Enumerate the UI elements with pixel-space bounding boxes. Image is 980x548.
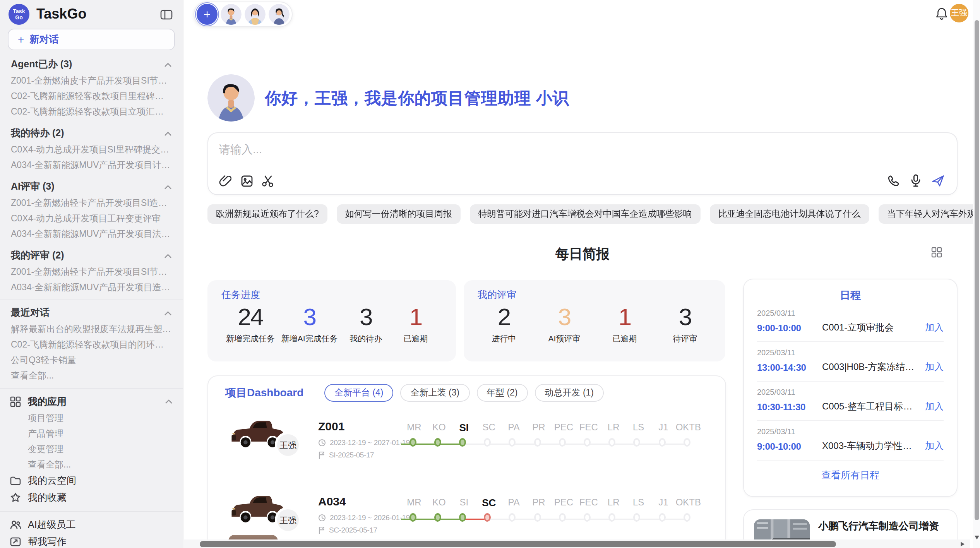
tool-help-me-write[interactable]: 帮我写作 (0, 533, 183, 548)
milestone-dot[interactable] (534, 513, 541, 522)
sidebar-item[interactable]: A034-全新新能源MUV产品开发项目法规符合性评审 (0, 226, 183, 241)
milestone-dot[interactable] (634, 513, 641, 522)
layout-grid-icon[interactable] (931, 247, 943, 259)
milestone-dot[interactable] (484, 438, 491, 447)
chevron-up-icon (165, 399, 173, 404)
voice-call-icon[interactable] (886, 174, 899, 187)
new-session-button[interactable]: + (197, 4, 218, 25)
sidebar-item[interactable]: A034-全新新能源MUV产品开发项目计划变更表编写 (0, 157, 183, 173)
new-chat-button[interactable]: + 新对话 (8, 29, 175, 50)
milestone-dot[interactable] (459, 513, 466, 522)
horizontal-scrollbar-thumb[interactable] (200, 541, 836, 547)
milestone-dot[interactable] (459, 438, 466, 447)
logo-text-top: Task (13, 8, 25, 14)
sidebar-item[interactable]: Z001-全新燃油轻卡产品开发项目SI造型提交物评审 (0, 195, 183, 211)
milestone-dot[interactable] (658, 513, 665, 522)
filter-new-body[interactable]: 全新上装 (3) (401, 384, 470, 402)
scroll-right-arrow[interactable] (961, 541, 965, 546)
join-link[interactable]: 加入 (925, 321, 944, 334)
suggestion-chip[interactable]: 如何写一份清晰的项目周报 (337, 204, 461, 224)
milestone-dot[interactable] (634, 438, 641, 447)
section-ai-review[interactable]: AI评审 (3) (0, 179, 183, 195)
chat-input-box[interactable]: 请输入... (207, 132, 958, 195)
suggestion-chip[interactable]: 欧洲新规最近颁布了什么? (207, 204, 327, 224)
milestone-track: MRKOSISCPAPRPECFECLRLSJ1OKTB (402, 495, 714, 532)
milestone-dot[interactable] (509, 438, 516, 447)
sidebar-item[interactable]: C02-飞腾新能源轻客改款项目立项汇报方案 (0, 104, 183, 119)
notifications-bell-icon[interactable] (935, 7, 949, 21)
recent-chat-item[interactable]: 公司Q3轻卡销量 (0, 352, 183, 368)
agent-avatar-2[interactable] (245, 4, 266, 25)
sidebar-item[interactable]: A034-全新新能源MUV产品开发项目造型可行性评审 (0, 279, 183, 295)
screenshot-scissors-icon[interactable] (262, 174, 275, 187)
filter-powertrain[interactable]: 动总开发 (1) (535, 384, 604, 402)
milestone-dot[interactable] (409, 513, 416, 522)
recent-chat-item[interactable]: 解释最新出台的欧盟报废车法规再生塑料比例被调至15%... (0, 321, 183, 337)
send-icon[interactable] (931, 174, 944, 187)
section-recent-chats[interactable]: 最近对话 (0, 305, 183, 321)
milestone-dot[interactable] (534, 438, 541, 447)
milestone-dot[interactable] (509, 513, 516, 522)
scroll-down-arrow[interactable] (974, 536, 979, 539)
join-link[interactable]: 加入 (925, 440, 944, 453)
my-favorites[interactable]: 我的收藏 (0, 489, 183, 506)
milestone-dot[interactable] (683, 438, 690, 447)
stat-overdue: 1 已逾期 (603, 303, 646, 344)
my-review-card: 我的评审 2 进行中 3 AI预评审 1 已逾期 3 待评审 (464, 280, 725, 361)
new-chat-label: 新对话 (29, 33, 58, 46)
app-item-project-mgmt[interactable]: 项目管理 (0, 410, 183, 426)
milestone-dot[interactable] (584, 513, 591, 522)
my-cloud-space[interactable]: 我的云空间 (0, 472, 183, 489)
view-all-chats-link[interactable]: 查看全部... (0, 368, 183, 383)
milestone-dot[interactable] (409, 438, 416, 447)
my-apps-header[interactable]: 我的应用 (0, 393, 183, 410)
milestone-dot[interactable] (434, 513, 441, 522)
milestone-dot[interactable] (484, 513, 491, 522)
filter-model-year[interactable]: 年型 (2) (476, 384, 528, 402)
vertical-scrollbar-thumb[interactable] (974, 20, 979, 520)
sidebar-item[interactable]: Z001-全新燃油轻卡产品开发项目SI节点属性5D文件评审 (0, 264, 183, 279)
filter-new-platform[interactable]: 全新平台 (4) (324, 384, 394, 402)
project-next-milestone: SI-2025-05-17 (318, 450, 374, 459)
chevron-up-icon (164, 311, 172, 315)
section-my-review[interactable]: 我的评审 (2) (0, 248, 183, 264)
milestone-dot[interactable] (559, 438, 565, 447)
suggestion-chip[interactable]: 比亚迪全固态电池计划具体说了什么 (710, 204, 869, 224)
milestone-label: OKTB (673, 422, 704, 433)
composer-attachments (218, 174, 275, 187)
view-all-apps-link[interactable]: 查看全部... (0, 457, 183, 472)
suggestion-chip[interactable]: 当下年轻人对汽车外观有怎样的喜好趋势 (879, 204, 980, 224)
section-agent-done[interactable]: Agent已办 (3) (0, 57, 183, 73)
milestone-dot[interactable] (434, 438, 441, 447)
user-avatar[interactable]: 王强 (950, 4, 968, 22)
collapse-sidebar-icon[interactable] (159, 7, 173, 21)
join-link[interactable]: 加入 (925, 361, 944, 374)
agent-avatar-3[interactable] (269, 4, 290, 25)
microphone-icon[interactable] (909, 174, 922, 187)
milestone-dot[interactable] (683, 513, 690, 522)
section-my-todo[interactable]: 我的待办 (2) (0, 125, 183, 142)
app-item-change-mgmt[interactable]: 变更管理 (0, 441, 183, 457)
sidebar-item[interactable]: Z001-全新燃油皮卡产品开发项目SI节点Lesson Learn报告 (0, 73, 183, 88)
app-item-product-mgmt[interactable]: 产品管理 (0, 426, 183, 441)
star-icon (10, 492, 21, 503)
join-link[interactable]: 加入 (925, 400, 944, 413)
event-date: 2025/03/11 (757, 388, 944, 396)
milestone-dot[interactable] (608, 513, 615, 522)
sidebar-item[interactable]: C0X4-动力总成开发项目工程变更评审 (0, 211, 183, 226)
tool-ai-super-employee[interactable]: AI超级员工 (0, 516, 183, 533)
sidebar-item[interactable]: C0X4-动力总成开发项目SI里程碑提交物检查 (0, 142, 183, 157)
suggestion-chip[interactable]: 特朗普可能对进口汽车增税会对中国车企造成哪些影响 (470, 204, 701, 224)
milestone-dot[interactable] (559, 513, 565, 522)
milestone-dot[interactable] (658, 438, 665, 447)
project-code[interactable]: A034 (318, 495, 346, 508)
agent-avatar-1[interactable] (221, 4, 242, 25)
recent-chat-item[interactable]: C02-飞腾新能源轻客改款项目的闭环通告反馈情况 (0, 337, 183, 352)
milestone-dot[interactable] (584, 438, 591, 447)
upload-image-icon[interactable] (240, 174, 253, 187)
view-all-schedule-link[interactable]: 查看所有日程 (744, 461, 957, 491)
sidebar-item[interactable]: C02-飞腾新能源轻客改款项目里程碑画布 (0, 88, 183, 104)
milestone-dot[interactable] (608, 438, 615, 447)
project-code[interactable]: Z001 (318, 420, 344, 433)
attach-file-icon[interactable] (218, 174, 231, 187)
